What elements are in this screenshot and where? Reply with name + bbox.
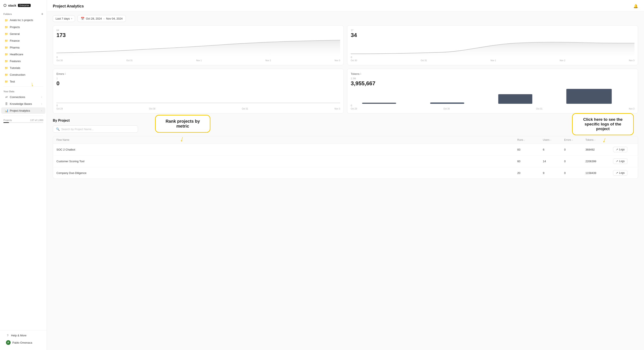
logs-button[interactable]: ↗ Logs	[613, 170, 628, 176]
table-row: Company Due-Diligence 20 9 0 1158439 ↗ L…	[53, 167, 638, 178]
runs-x-labels: Oct 30 Oct 31 Nov 1 Nov 2 Nov 3	[56, 59, 340, 62]
svg-rect-0	[362, 103, 396, 104]
sidebar-item-help[interactable]: ? Help & More	[2, 332, 44, 339]
sidebar-item-label: Tutorials	[10, 66, 20, 70]
logs-button[interactable]: ↗ Logs	[613, 147, 628, 152]
main-header: Project Analytics 🔔	[47, 0, 644, 12]
sidebar-item-label: General	[10, 32, 20, 35]
your-data-label: Your Data	[0, 88, 47, 94]
runs-chart-card: 64 173 0 Oct 30 Oct 31 No	[53, 25, 344, 65]
col-header-runs[interactable]: Runs ↓	[517, 138, 543, 141]
by-project-title: By Project	[53, 119, 638, 123]
charts-grid: 64 173 0 Oct 30 Oct 31 No	[47, 22, 644, 114]
folders-header: Folders +	[0, 10, 47, 17]
col-header-errors[interactable]: Errors ↕	[564, 138, 586, 141]
errors-title: Errors ℹ	[56, 72, 340, 75]
project-search-bar[interactable]: 🔍	[53, 126, 138, 133]
sidebar-item-user[interactable]: P Pablo Omenaca	[2, 339, 44, 347]
date-range-picker[interactable]: 📅 Oct 28, 2024 - Nov 04, 2024	[78, 15, 126, 22]
project-table: Flow Name Runs ↓ Users ↕ Errors ↕ Tokens…	[53, 136, 638, 179]
row-users: 6	[543, 148, 564, 151]
col-header-flow-name-label: Flow Name	[56, 138, 70, 141]
sidebar-item-aviato[interactable]: 📁 Aviato Inc.'s projects	[1, 17, 45, 23]
chevron-down-icon: ▾	[71, 17, 72, 20]
row-users: 9	[543, 172, 564, 175]
users-value: 34	[351, 32, 634, 38]
projects-progress: Projects 137 of 1,000	[0, 118, 47, 123]
chevron-right-icon: ›	[41, 103, 42, 105]
sidebar: ⬡ stack Enterprise Folders + 📁 Aviato In…	[0, 0, 47, 350]
sort-updown-icon: ↕	[550, 139, 551, 141]
external-link-icon: ↗	[616, 160, 618, 163]
analytics-icon: 📊	[5, 109, 8, 112]
tokens-title-label: Tokens	[351, 72, 360, 75]
row-flow-name: SOC 2 Chatbot	[56, 148, 517, 151]
col-header-runs-label: Runs	[517, 138, 523, 141]
sidebar-item-construction[interactable]: 📁 Construction	[1, 71, 45, 78]
main-content: Project Analytics 🔔 Last 7 days ▾ 📅 Oct …	[47, 0, 644, 350]
sidebar-item-connections[interactable]: ⇄ Connections ›	[1, 94, 45, 100]
sidebar-item-label: Pharma	[10, 46, 20, 49]
sidebar-logo: ⬡ stack Enterprise	[0, 0, 47, 10]
row-errors: 0	[564, 160, 586, 163]
projects-count: 137 of 1,000	[30, 119, 43, 121]
folder-icon: 📁	[5, 32, 8, 35]
logs-button-label: Logs	[619, 172, 624, 174]
folder-icon: 📁	[5, 59, 8, 63]
by-project-section: By Project 🔍 Rank projects by metric Cli…	[47, 114, 644, 179]
users-zero-label: 0	[351, 56, 634, 58]
project-search-input[interactable]	[61, 128, 135, 131]
enterprise-badge: Enterprise	[18, 4, 31, 7]
username-label: Pablo Omenaca	[12, 341, 32, 344]
row-actions: ↗ Logs	[613, 159, 634, 164]
row-flow-name: Company Due-Diligence	[56, 172, 517, 175]
folder-icon: 📁	[5, 52, 8, 56]
calendar-icon: 📅	[81, 17, 84, 20]
sidebar-item-projects[interactable]: 📁 Projects	[1, 24, 45, 30]
sidebar-item-features[interactable]: 📁 Features	[1, 58, 45, 64]
errors-chart-card: Errors ℹ 1 0 0 Oct 29 Oct 30 Oct 31 Nov …	[53, 69, 344, 114]
avatar: P	[6, 340, 11, 345]
date-preset-dropdown[interactable]: Last 7 days ▾	[53, 15, 75, 22]
sidebar-item-pharma[interactable]: 📁 Pharma	[1, 44, 45, 51]
sort-updown-icon: ↕	[594, 139, 596, 141]
projects-label: Projects	[4, 119, 12, 121]
external-link-icon: ↗	[616, 172, 618, 174]
sidebar-item-label: Project Analytics	[10, 109, 30, 112]
date-range-end: Nov 04, 2024	[106, 17, 122, 20]
tokens-info-icon: ℹ	[360, 72, 361, 75]
sidebar-item-label: Connections	[10, 95, 25, 99]
sidebar-item-test[interactable]: 📁 Test	[1, 78, 45, 85]
tokens-chart-area	[351, 87, 634, 104]
table-header: Flow Name Runs ↓ Users ↕ Errors ↕ Tokens…	[53, 136, 638, 144]
col-header-tokens[interactable]: Tokens ↕	[586, 138, 613, 141]
page-title: Project Analytics	[53, 4, 84, 8]
date-preset-label: Last 7 days	[56, 17, 70, 20]
col-header-users[interactable]: Users ↕	[543, 138, 564, 141]
chevron-right-icon: ›	[41, 110, 42, 112]
knowledge-icon: 🗄	[5, 102, 8, 105]
projects-bar-fill	[4, 122, 9, 123]
users-chart-area	[351, 38, 634, 55]
notification-bell-icon[interactable]: 🔔	[633, 4, 638, 8]
row-users: 14	[543, 160, 564, 163]
date-range-separator: -	[104, 17, 104, 20]
logo-text: stack	[8, 3, 16, 7]
sidebar-item-project-analytics[interactable]: 📊 Project Analytics ›	[1, 107, 45, 114]
svg-rect-1	[430, 103, 464, 104]
sidebar-item-finance[interactable]: 📁 Finance	[1, 37, 45, 44]
row-tokens: 2206399	[586, 160, 613, 163]
row-actions: ↗ Logs	[613, 170, 634, 176]
sidebar-item-label: Features	[10, 59, 21, 63]
logs-button[interactable]: ↗ Logs	[613, 159, 628, 164]
sidebar-item-tutorials[interactable]: 📁 Tutorials	[1, 65, 45, 71]
sidebar-item-label: Aviato Inc.'s projects	[10, 19, 33, 22]
sidebar-item-knowledge-bases[interactable]: 🗄 Knowledge Bases ›	[1, 101, 45, 107]
sidebar-item-general[interactable]: 📁 General	[1, 31, 45, 37]
search-icon: 🔍	[56, 127, 60, 131]
sidebar-item-healthcare[interactable]: 📁 Healthcare	[1, 51, 45, 57]
col-header-tokens-label: Tokens	[586, 138, 594, 141]
row-runs: 60	[517, 160, 543, 163]
row-errors: 0	[564, 148, 586, 151]
add-folder-icon[interactable]: +	[41, 12, 43, 16]
